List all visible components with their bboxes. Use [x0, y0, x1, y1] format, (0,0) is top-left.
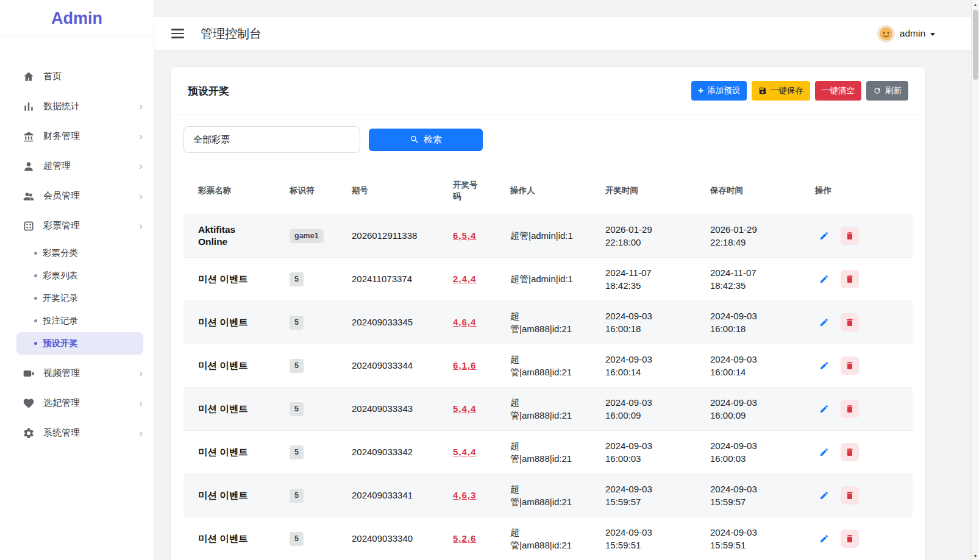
draw-time: 2024-09-03 15:59:51 [591, 517, 696, 560]
operator: 超管|am888|id:21 [496, 517, 591, 560]
sidebar-subitem[interactable]: 彩票分类 [16, 242, 143, 264]
edit-button[interactable] [815, 227, 833, 245]
delete-button[interactable] [841, 486, 859, 505]
bullet-icon [34, 297, 37, 300]
edit-button[interactable] [815, 313, 833, 331]
operator: 超管|am888|id:21 [496, 430, 591, 473]
sidebar-subitem[interactable]: 开奖记录 [16, 287, 143, 310]
delete-button[interactable] [841, 227, 859, 245]
chevron-right-icon: › [139, 191, 143, 201]
sidebar-subitem-label: 投注记录 [43, 315, 78, 327]
sidebar-item-user[interactable]: 超管理› [0, 151, 154, 181]
sidebar-nav: 首页数据统计›财务管理›超管理›会员管理›彩票管理›彩票分类彩票列表开奖记录投注… [0, 37, 154, 448]
edit-button[interactable] [815, 356, 833, 375]
operator: 超管|am888|id:21 [496, 387, 591, 430]
tag-badge: 5 [290, 272, 304, 287]
draw-numbers-link[interactable]: 2,4,4 [453, 274, 476, 284]
sidebar-item-home[interactable]: 首页 [0, 62, 154, 91]
chevron-right-icon: › [139, 221, 143, 231]
save-time: 2024-09-03 15:59:57 [696, 473, 800, 517]
heart-icon [22, 397, 35, 410]
user-icon [22, 160, 35, 173]
sidebar-subitem[interactable]: 彩票列表 [16, 264, 143, 287]
search-button[interactable]: 检索 [369, 129, 483, 151]
preset-card: 预设开奖 + 添加预设 一键保存 一键清空 [171, 67, 925, 560]
draw-time: 2024-09-03 16:00:09 [591, 387, 696, 430]
card-body: 检索 彩票名称 标识符 期号 开奖号码 操作人 [171, 115, 925, 560]
draw-numbers-link[interactable]: 4,6,3 [453, 490, 476, 500]
edit-button[interactable] [815, 530, 833, 548]
edit-button[interactable] [815, 400, 833, 418]
add-preset-button[interactable]: + 添加预设 [691, 81, 747, 101]
user-name: admin [900, 28, 925, 39]
draw-numbers-link[interactable]: 6,5,4 [453, 230, 476, 241]
delete-button[interactable] [841, 313, 859, 331]
draw-time: 2024-09-03 16:00:03 [591, 430, 696, 473]
save-all-button[interactable]: 一键保存 [752, 81, 810, 101]
lottery-filter-input[interactable] [183, 126, 360, 153]
draw-numbers-link[interactable]: 5,4,4 [453, 403, 476, 414]
tag-badge: 5 [290, 316, 304, 330]
sidebar-subitem-label: 彩票列表 [43, 270, 78, 282]
issue-number: 202411073374 [337, 257, 438, 300]
avatar [877, 25, 895, 43]
home-icon [22, 70, 35, 83]
col-save-time: 保存时间 [696, 169, 800, 214]
sidebar-item-dice[interactable]: 彩票管理› [0, 211, 154, 241]
draw-numbers-link[interactable]: 5,2,6 [453, 533, 476, 544]
edit-button[interactable] [815, 486, 833, 505]
draw-time: 2026-01-29 22:18:00 [591, 214, 696, 257]
tag-badge: 5 [290, 445, 304, 460]
sidebar-item-label: 数据统计 [43, 101, 139, 112]
table-header: 彩票名称 标识符 期号 开奖号码 操作人 开奖时间 保存时间 操作 [183, 169, 913, 214]
col-operator: 操作人 [496, 169, 591, 214]
chevron-right-icon: › [139, 428, 143, 438]
issue-number: 202409033345 [337, 300, 438, 344]
users-icon [22, 190, 35, 203]
plus-icon: + [698, 86, 703, 96]
edit-button[interactable] [815, 443, 833, 461]
save-time: 2024-09-03 16:00:18 [696, 300, 800, 344]
operator: 超管|am888|id:21 [496, 344, 591, 387]
draw-numbers-link[interactable]: 4,6,4 [453, 317, 476, 327]
lottery-name: 미션 이벤트 [198, 446, 248, 458]
scroll-down-arrow[interactable]: ▼ [972, 551, 979, 560]
sidebar-item-bank[interactable]: 财务管理› [0, 121, 154, 151]
bullet-icon [34, 319, 37, 322]
delete-button[interactable] [841, 400, 859, 418]
tag-badge: 5 [290, 532, 304, 547]
sidebar-subitem[interactable]: 预设开奖 [16, 332, 143, 355]
save-icon [758, 87, 767, 95]
delete-button[interactable] [841, 270, 859, 288]
refresh-button[interactable]: 刷新 [866, 81, 908, 101]
sidebar-item-chart[interactable]: 数据统计› [0, 91, 154, 121]
draw-numbers-link[interactable]: 6,1,6 [453, 360, 476, 370]
sidebar-item-label: 财务管理 [43, 130, 139, 142]
sidebar-item-heart[interactable]: 选妃管理› [0, 388, 154, 418]
delete-button[interactable] [841, 530, 859, 548]
draw-numbers-link[interactable]: 5,4,4 [453, 447, 476, 457]
user-menu[interactable]: admin [877, 25, 935, 43]
tag-badge: game1 [290, 229, 324, 244]
col-numbers: 开奖号码 [438, 169, 496, 214]
delete-button[interactable] [841, 443, 859, 461]
content: 预设开奖 + 添加预设 一键保存 一键清空 [154, 50, 979, 560]
operator: 超管|admin|id:1 [496, 257, 591, 300]
page-title: 预设开奖 [188, 84, 229, 98]
sidebar-item-gear[interactable]: 系统管理› [0, 418, 154, 448]
sidebar-subitem[interactable]: 投注记录 [16, 310, 143, 332]
scroll-up-arrow[interactable]: ▲ [972, 0, 979, 9]
edit-button[interactable] [815, 270, 833, 288]
lottery-name: 미션 이벤트 [198, 316, 248, 328]
table-row: 미션 이벤트 5 202409033342 5,4,4 超管|am888|id:… [183, 430, 913, 473]
save-time: 2024-09-03 16:00:14 [696, 344, 800, 387]
menu-toggle-icon[interactable] [171, 29, 184, 38]
delete-button[interactable] [841, 356, 859, 375]
sidebar-item-video[interactable]: 视频管理› [0, 358, 154, 388]
save-time: 2024-11-07 18:42:35 [696, 257, 800, 300]
search-row: 检索 [183, 126, 913, 153]
sidebar-item-users[interactable]: 会员管理› [0, 181, 154, 211]
table-row: 미션 이벤트 5 202409033345 4,6,4 超管|am888|id:… [183, 300, 913, 344]
clear-all-button[interactable]: 一键清空 [815, 81, 861, 101]
scrollbar-thumb[interactable] [973, 10, 978, 80]
